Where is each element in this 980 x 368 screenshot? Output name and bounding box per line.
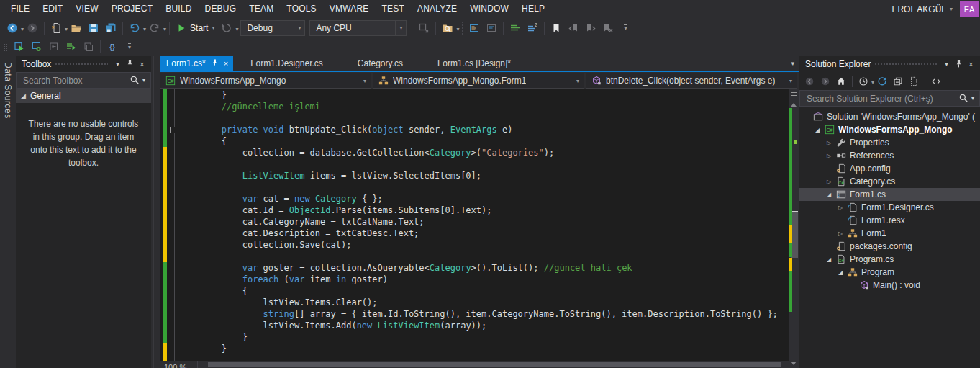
nav-forward-icon[interactable] [24,19,41,37]
expanded-arrow-icon[interactable]: ◢ [825,256,832,263]
tree-item[interactable]: Form1.resx [799,214,980,227]
toggle-bookmark-icon[interactable] [548,19,565,37]
drag-texture[interactable] [55,63,108,66]
nav-backward-small-icon[interactable] [802,73,817,89]
view-code-icon[interactable] [928,73,944,89]
code-line[interactable]: //güncelleme işlemi [160,101,789,112]
tree-item[interactable]: ▷C#Category.cs [799,175,980,188]
scroll-up-arrow-icon[interactable] [791,103,797,107]
comment-lines-icon[interactable] [507,19,524,37]
nav-forward-small-icon[interactable] [817,73,833,89]
menu-view[interactable]: VIEW [69,0,104,18]
dropdown-chevron-icon[interactable]: ▾ [235,23,238,33]
editor-zoom-level[interactable]: 100 % [160,361,198,368]
close-icon[interactable]: × [965,60,977,68]
collapse-all-icon[interactable] [890,73,906,89]
code-line[interactable]: var cat = new Category { }; [160,193,789,205]
data-sources-tab[interactable]: Data Sources [0,56,16,368]
expanded-arrow-icon[interactable]: ◢ [814,127,821,133]
code-line[interactable] [160,354,789,361]
code-line[interactable] [160,112,789,124]
show-all-files-icon[interactable] [906,73,922,89]
drag-texture[interactable] [874,63,937,66]
attach-process-icon[interactable] [415,19,432,37]
overflow-icon[interactable]: ▾ [121,38,138,55]
panel-splitter[interactable] [151,56,160,368]
toolbox-group-general[interactable]: ◢ General [16,89,151,103]
code-line[interactable]: ListViewItem items = lstView.SelectedIte… [160,170,789,181]
menu-test[interactable]: TEST [376,0,411,18]
collapsed-arrow-icon[interactable]: ▷ [825,179,832,185]
vertical-scrollbar[interactable] [789,89,799,368]
tree-item[interactable]: ▷Properties [799,136,980,149]
account-name[interactable]: EROL AKGÜL [891,4,948,14]
tree-item[interactable]: ▷References [799,149,980,162]
window-position-icon[interactable]: ▾ [940,61,953,68]
code-line[interactable] [160,181,789,193]
close-icon[interactable]: × [224,59,228,68]
toolbar-grip[interactable] [4,41,7,53]
menu-vmware[interactable]: VMWARE [323,0,376,18]
collapse-region-icon[interactable] [170,127,176,133]
uncomment-lines-icon[interactable]: 2 [524,19,541,37]
pin-icon[interactable] [124,59,136,70]
expanded-arrow-icon[interactable]: ◢ [837,269,844,276]
code-editor[interactable]: } //güncelleme işlemi private void btnUp… [160,89,799,368]
open-file-icon[interactable] [68,19,85,37]
split-window-handle[interactable] [789,89,799,99]
code-line[interactable]: collection = database.GetCollection<Cate… [160,147,789,158]
pending-filter-icon[interactable] [856,73,871,89]
menu-window[interactable]: WINDOW [463,0,515,18]
code-line[interactable]: } [160,331,789,343]
code-line[interactable]: lstView.Items.Add(new ListViewItem(array… [160,320,789,331]
code-line[interactable]: private void btnUpdate_Click(object send… [160,124,789,135]
menu-analyze[interactable]: ANALYZE [411,0,463,18]
tree-item[interactable]: App.config [799,162,980,175]
horizontal-scroll-track[interactable] [198,361,789,368]
code-line[interactable] [160,158,789,170]
project-dropdown[interactable]: C# WindowsFormsApp_Mongo ▾ [160,73,371,89]
redo-icon[interactable] [146,19,163,37]
stack-windows-icon[interactable] [80,38,97,55]
vertical-scroll-thumb[interactable] [791,211,798,258]
code-line[interactable]: { [160,135,789,147]
nav-backward-icon[interactable] [4,19,21,37]
member-dropdown[interactable]: btnDelete_Click(object sender, EventArgs… [586,73,797,89]
code-line[interactable]: string[] array = { item.Id.ToString(), i… [160,308,789,320]
code-line[interactable]: lstView.Items.Clear(); [160,297,789,308]
previous-bookmark-icon[interactable] [565,19,582,37]
code-line[interactable]: cat.Description = txtCatDesc.Text; [160,228,789,239]
start-button[interactable]: Start▾ [173,23,218,33]
code-line[interactable]: cat.Id = ObjectId.Parse(items.SubItems[0… [160,205,789,216]
close-icon[interactable]: × [136,60,148,68]
braces-icon[interactable]: {} [104,38,121,55]
code-line[interactable]: { [160,285,789,297]
restart-icon[interactable] [218,19,235,37]
debug-target-icon[interactable] [11,38,28,55]
code-line[interactable]: } [160,89,789,101]
menu-team[interactable]: TEAM [242,0,280,18]
clear-bookmarks-icon[interactable] [599,19,617,37]
next-bookmark-icon[interactable] [582,19,599,37]
expanded-arrow-icon[interactable]: ◢ [825,192,832,198]
tree-item[interactable]: ◢Program [799,266,980,279]
menu-build[interactable]: BUILD [159,0,198,18]
save-icon[interactable] [85,19,102,37]
pin-icon[interactable] [211,58,219,68]
solution-platform-select[interactable]: Any CPU▾ [309,20,407,36]
undo-icon[interactable] [126,19,143,37]
collapsed-arrow-icon[interactable]: ▷ [837,205,844,211]
refresh-icon[interactable] [874,73,890,89]
member-list-icon[interactable] [466,19,483,37]
overflow-icon[interactable]: ▾ [617,19,634,37]
menu-file[interactable]: FILE [4,0,36,18]
avatar[interactable]: EA [960,1,979,17]
tree-item[interactable]: Solution 'WindowsFormsApp_Mongo' ( [799,110,980,123]
search-icon[interactable] [957,93,969,104]
dropdown-chevron-icon[interactable]: ▾ [163,23,166,33]
document-tab[interactable]: Category.cs [340,56,420,71]
collapsed-arrow-icon[interactable]: ▷ [825,153,832,159]
search-icon[interactable] [128,75,140,86]
tab-overflow-icon[interactable]: ▾ [786,60,799,67]
menu-debug[interactable]: DEBUG [199,0,243,18]
